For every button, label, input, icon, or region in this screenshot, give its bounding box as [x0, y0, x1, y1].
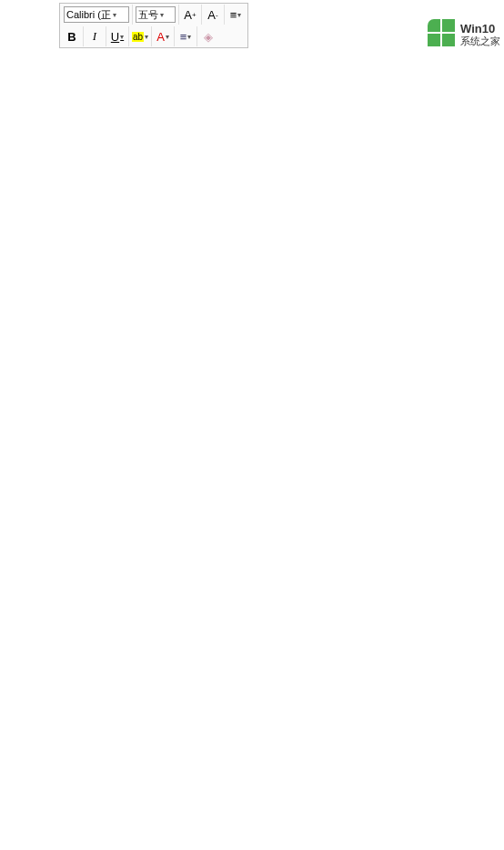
font-size-select[interactable]: 五号▾ — [136, 6, 176, 23]
font-name-select[interactable]: Calibri (正▾ — [64, 6, 129, 23]
line-spacing-icon[interactable]: ≡▾ — [227, 6, 244, 23]
underline-icon[interactable]: U▾ — [109, 28, 126, 45]
italic-icon[interactable]: I — [86, 28, 103, 45]
mini-toolbar: Calibri (正▾ 五号▾ A+ A- ≡▾ B I U▾ ab▾ A▾ ≡… — [59, 3, 248, 48]
font-grow-icon[interactable]: A+ — [182, 6, 198, 23]
watermark-icon — [428, 19, 459, 48]
font-shrink-icon[interactable]: A- — [205, 6, 221, 23]
bold-icon[interactable]: B — [64, 28, 80, 45]
highlight-icon[interactable]: ab▾ — [132, 28, 148, 45]
watermark-text: Win10系统之家 — [460, 23, 500, 47]
align-icon[interactable]: ≡▾ — [177, 28, 194, 45]
format-eraser-icon[interactable]: ◈ — [200, 28, 217, 45]
font-color-icon[interactable]: A▾ — [155, 28, 171, 45]
font-name-value: Calibri (正 — [66, 8, 111, 22]
watermark: Win10系统之家 — [428, 19, 500, 48]
font-size-value: 五号 — [138, 8, 158, 22]
